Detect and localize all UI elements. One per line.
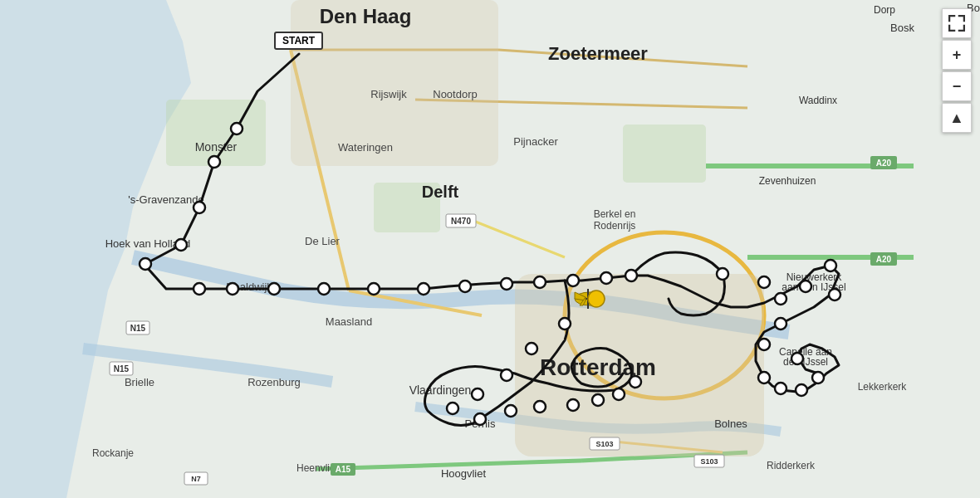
- svg-point-115: [588, 290, 605, 307]
- svg-point-85: [600, 272, 612, 284]
- svg-point-96: [592, 394, 604, 406]
- zoom-out-button[interactable]: −: [942, 71, 972, 101]
- svg-point-74: [140, 258, 151, 270]
- svg-point-83: [534, 276, 546, 288]
- svg-point-76: [227, 283, 238, 295]
- svg-point-77: [268, 283, 280, 295]
- svg-point-90: [472, 388, 483, 400]
- svg-point-98: [630, 376, 641, 388]
- svg-point-71: [208, 156, 220, 168]
- svg-point-82: [501, 278, 512, 290]
- svg-point-89: [501, 369, 512, 381]
- zoom-in-button[interactable]: +: [942, 40, 972, 70]
- svg-point-111: [791, 353, 803, 364]
- svg-point-79: [368, 283, 380, 295]
- svg-point-101: [775, 293, 786, 305]
- svg-point-91: [447, 403, 458, 414]
- svg-point-72: [194, 202, 205, 213]
- svg-point-78: [318, 283, 330, 295]
- map-container: Den Haag Zoetermeer Rijswijk Nootdorp Mo…: [0, 0, 980, 498]
- svg-point-73: [175, 239, 187, 251]
- svg-point-105: [775, 318, 786, 330]
- svg-point-100: [758, 276, 770, 288]
- svg-point-88: [526, 343, 537, 354]
- svg-point-103: [825, 260, 836, 271]
- svg-point-102: [800, 281, 811, 292]
- svg-point-93: [505, 405, 517, 417]
- svg-point-87: [559, 318, 571, 330]
- svg-point-80: [418, 283, 429, 295]
- svg-point-92: [474, 413, 486, 425]
- map-controls: + − ▲: [942, 8, 972, 133]
- svg-point-84: [567, 275, 579, 286]
- svg-point-94: [534, 401, 546, 413]
- svg-point-75: [194, 283, 205, 295]
- svg-point-104: [829, 289, 840, 300]
- svg-point-109: [796, 384, 807, 396]
- svg-point-107: [758, 372, 770, 383]
- svg-point-99: [717, 268, 728, 280]
- svg-point-106: [758, 339, 770, 350]
- north-button[interactable]: ▲: [942, 103, 972, 133]
- svg-point-70: [231, 123, 243, 134]
- svg-point-95: [567, 399, 579, 411]
- svg-point-81: [459, 281, 471, 292]
- svg-point-86: [625, 270, 637, 281]
- fullscreen-button[interactable]: [942, 8, 972, 38]
- svg-point-97: [613, 388, 625, 400]
- svg-point-110: [812, 372, 824, 383]
- start-label: START: [274, 32, 323, 50]
- svg-point-108: [775, 383, 786, 394]
